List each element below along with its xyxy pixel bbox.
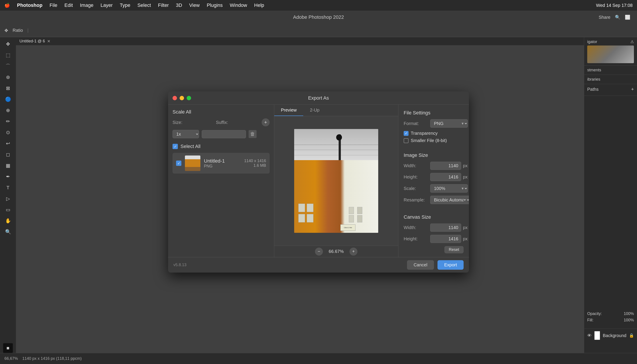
canvas-size-title: Canvas Size — [404, 214, 464, 220]
height-label: Height: — [404, 174, 430, 180]
preview-tabs: Preview 2-Up — [274, 105, 398, 116]
dialog-settings-pane: File Settings Format: PNG JPEG GIF SVG W… — [398, 105, 469, 257]
minimize-button[interactable] — [180, 96, 184, 100]
canvas-size-section: Canvas Size Width: px Height: px Reset — [404, 214, 464, 253]
canvas-width-input[interactable] — [430, 224, 461, 232]
file-settings-title: File Settings — [404, 110, 464, 116]
file-name: Untitled-1 — [204, 158, 241, 164]
file-size: 1.6 MB — [244, 163, 266, 168]
width-label: Width: — [404, 163, 430, 168]
suffix-input[interactable] — [202, 130, 246, 138]
preview-area: Cibi & Vini — [274, 116, 398, 246]
resample-dropdown-icon: ▾ — [464, 198, 466, 202]
height-unit: px — [463, 174, 468, 180]
delete-scale-button[interactable]: 🗑 — [249, 130, 257, 138]
tab-2up[interactable]: 2-Up — [303, 105, 326, 116]
scale-all-label: Scale All — [172, 109, 191, 115]
image-size-title: Image Size — [404, 152, 464, 158]
file-list-item: Untitled-1 PNG 1140 x 1416 1.6 MB — [172, 153, 270, 174]
canvas-height-unit: px — [463, 236, 468, 242]
add-scale-button[interactable]: + — [262, 118, 270, 126]
file-dimensions: 1140 x 1416 — [244, 158, 266, 163]
dialog-title: Export As — [308, 95, 329, 101]
scale-label: Scale: — [404, 186, 430, 191]
dialog-preview-pane: Preview 2-Up — [274, 105, 398, 257]
maximize-button[interactable] — [187, 96, 191, 100]
smaller-file-checkbox[interactable] — [404, 138, 408, 143]
zoom-level-display: 66.67% — [327, 249, 345, 254]
transparency-row: Transparency — [404, 131, 464, 136]
file-settings-section: File Settings Format: PNG JPEG GIF SVG W… — [404, 110, 464, 145]
select-all-checkbox[interactable] — [172, 144, 178, 149]
smaller-file-row: Smaller File (8-bit) — [404, 138, 464, 143]
width-input[interactable] — [430, 162, 461, 170]
close-button[interactable] — [172, 96, 177, 100]
scale-dropdown-2-icon: ▾ — [462, 186, 464, 191]
canvas-height-row: Height: px — [404, 235, 464, 243]
export-button[interactable]: Export — [438, 260, 464, 270]
width-unit: px — [463, 163, 468, 168]
image-size-section: Image Size Width: px Height: px Scale: — [404, 152, 464, 207]
height-row: Height: px — [404, 173, 464, 181]
transparency-checkbox[interactable] — [404, 131, 408, 136]
reset-button[interactable]: Reset — [444, 246, 464, 253]
scale-dropdown[interactable]: 1x 2x 3x 0.5x — [172, 130, 199, 138]
file-type: PNG — [204, 164, 241, 168]
canvas-height-label: Height: — [404, 236, 430, 242]
dialog-titlebar: Export As — [168, 92, 469, 105]
dialog-overlay: Export As Scale All Size: Suffix: + 1 — [0, 0, 637, 364]
suffix-label: Suffix: — [216, 120, 228, 125]
scale-row-2: Scale: 100% 50% 200% 75% ▾ — [404, 184, 464, 192]
select-all-row: Select All — [172, 144, 270, 149]
preview-image: Cibi & Vini — [294, 129, 378, 233]
resample-label: Resample: — [404, 198, 430, 202]
resample-dropdown[interactable]: Bicubic Automatic Bicubic Bilinear Neare… — [430, 196, 469, 204]
canvas-height-input[interactable] — [430, 235, 461, 243]
version-text: v5.8.13 — [173, 262, 186, 267]
smaller-file-label: Smaller File (8-bit) — [411, 138, 447, 143]
file-size-dims: 1140 x 1416 1.6 MB — [244, 158, 266, 168]
dialog-footer: v5.8.13 Cancel Export — [168, 257, 469, 272]
select-all-label: Select All — [180, 144, 200, 149]
preview-zoom-bar: − 66.67% + — [274, 246, 398, 257]
transparency-label: Transparency — [411, 131, 438, 136]
canvas-width-row: Width: px — [404, 224, 464, 232]
tab-preview[interactable]: Preview — [274, 105, 303, 116]
cancel-button[interactable]: Cancel — [407, 260, 434, 270]
format-label: Format: — [404, 121, 430, 126]
dialog-body: Scale All Size: Suffix: + 1x 2x 3x 0.5x — [168, 105, 469, 257]
height-input[interactable] — [430, 173, 461, 181]
canvas-width-unit: px — [463, 225, 468, 230]
scale-row: 1x 2x 3x 0.5x 🗑 — [172, 130, 270, 138]
traffic-lights — [172, 96, 191, 100]
zoom-out-button[interactable]: − — [315, 248, 323, 256]
file-thumbnail — [185, 156, 200, 171]
format-dropdown-icon: ▾ — [462, 121, 464, 126]
file-item-checkbox[interactable] — [176, 160, 181, 166]
dialog-left-pane: Scale All Size: Suffix: + 1x 2x 3x 0.5x — [168, 105, 274, 257]
width-row: Width: px — [404, 162, 464, 170]
export-as-dialog: Export As Scale All Size: Suffix: + 1 — [168, 92, 469, 272]
resample-row: Resample: Bicubic Automatic Bicubic Bili… — [404, 196, 464, 204]
canvas-width-label: Width: — [404, 225, 430, 230]
zoom-in-button[interactable]: + — [349, 248, 357, 256]
file-info: Untitled-1 PNG — [204, 158, 241, 168]
size-label: Size: — [172, 120, 182, 125]
format-row: Format: PNG JPEG GIF SVG WebP ▾ — [404, 119, 464, 128]
